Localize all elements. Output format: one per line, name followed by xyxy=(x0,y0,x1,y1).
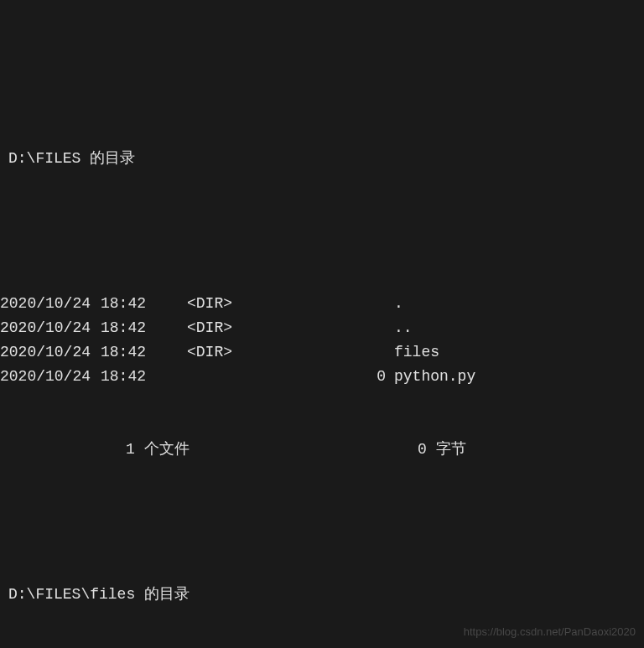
row-date: 2020/10/24 xyxy=(0,365,101,389)
dir-header-1: D:\FILES 的目录 xyxy=(0,147,644,171)
file-row: 2020/10/2418:42<DIR>files xyxy=(0,340,644,365)
terminal-output: D:\FILES 的目录 2020/10/2418:42<DIR>.2020/1… xyxy=(0,96,644,648)
file-row: 2020/10/2418:42<DIR>.. xyxy=(0,316,644,340)
row-dir: <DIR> xyxy=(176,292,243,316)
summary-bytes: 0 字节 xyxy=(190,438,466,462)
row-date: 2020/10/24 xyxy=(0,316,101,340)
summary-line-1: 1 个文件0 字节 xyxy=(0,438,644,462)
row-name: . xyxy=(394,292,403,316)
listing-1: 2020/10/2418:42<DIR>.2020/10/2418:42<DIR… xyxy=(0,292,644,389)
blank-line xyxy=(0,510,644,534)
row-name: python.py xyxy=(394,365,475,389)
row-dir: <DIR> xyxy=(176,316,243,340)
row-date: 2020/10/24 xyxy=(0,292,101,316)
dir-header-2: D:\FILES\files 的目录 xyxy=(0,583,644,607)
file-row: 2020/10/2418:420python.py xyxy=(0,365,644,389)
row-name: files xyxy=(394,340,439,365)
file-row: 2020/10/2418:42<DIR>. xyxy=(0,292,644,316)
blank-line xyxy=(0,219,644,243)
row-dir: <DIR> xyxy=(176,340,243,365)
summary-files: 1 个文件 xyxy=(0,441,190,458)
watermark: https://blog.csdn.net/PanDaoxi2020 xyxy=(464,624,636,641)
row-time: 18:42 xyxy=(101,340,176,365)
row-size: 0 xyxy=(243,365,394,389)
row-time: 18:42 xyxy=(101,365,176,389)
row-time: 18:42 xyxy=(101,292,176,316)
row-time: 18:42 xyxy=(101,316,176,340)
row-name: .. xyxy=(394,316,413,340)
row-date: 2020/10/24 xyxy=(0,340,101,365)
